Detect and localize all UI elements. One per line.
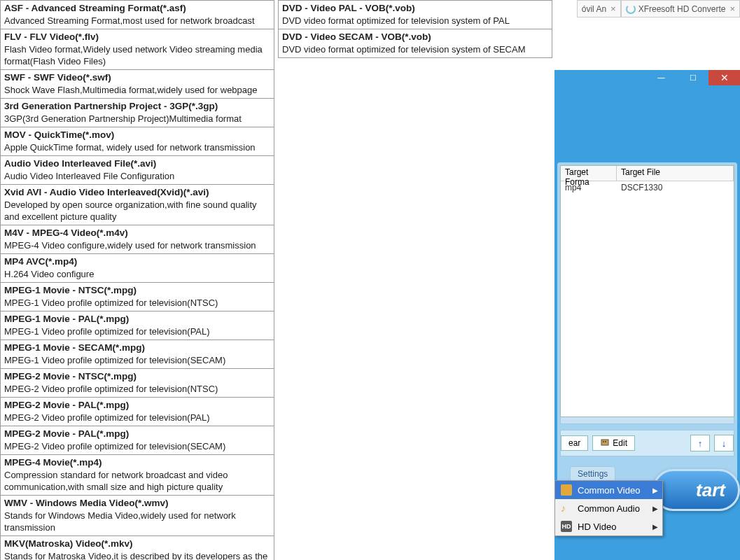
format-title: M4V - MPEG-4 Video(*.m4v) (4, 227, 270, 239)
format-title: ASF - Advanced Streaming Format(*.asf) (4, 2, 270, 15)
format-desc: MPEG-2 Video profile optimized for telev… (4, 412, 270, 424)
format-option[interactable]: DVD - Video SECAM - VOB(*.vob)DVD video … (278, 29, 552, 58)
format-option[interactable]: MP4 AVC(*.mp4)H.264 Video configure (0, 253, 274, 283)
format-desc: Compression standard for network broadca… (4, 469, 270, 493)
bottom-controls: Settings Common Video ▶ ♪ Common Audio ▶… (554, 483, 740, 560)
format-option[interactable]: MPEG-4 Movie(*.mp4)Compression standard … (0, 454, 274, 496)
edit-button[interactable]: Edit (592, 435, 635, 451)
maximize-button[interactable]: ☐ (677, 70, 708, 85)
format-option[interactable]: MPEG-1 Movie - PAL(*.mpg)MPEG-1 Video pr… (0, 311, 274, 340)
format-option[interactable]: ASF - Advanced Streaming Format(*.asf)Ad… (0, 0, 274, 29)
start-button[interactable]: tart (652, 469, 740, 511)
titlebar: ─ ☐ ✕ (554, 70, 740, 90)
svg-rect-2 (605, 441, 606, 442)
toolbar: ear Edit ↑ ↓ (560, 430, 734, 456)
grid-header: Target Forma Target File (561, 166, 734, 181)
browser-tabs: óvil An × XFreesoft HD Converte × (577, 0, 740, 18)
format-title: MPEG-1 Movie - PAL(*.mpg) (4, 313, 270, 326)
category-menu: Common Video ▶ ♪ Common Audio ▶ HD HD Vi… (554, 480, 663, 536)
format-title: MPEG-2 Movie - PAL(*.mpg) (4, 428, 270, 440)
table-row[interactable]: mp4 DSCF1330 (561, 181, 734, 194)
format-title: MP4 AVC(*.mp4) (4, 255, 270, 268)
format-option[interactable]: Xvid AVI - Audio Video Interleaved(Xvid)… (0, 184, 274, 225)
browser-tab[interactable]: óvil An × (577, 0, 621, 18)
format-desc: Audio Video Interleaved File Configurati… (4, 170, 270, 182)
format-title: SWF - SWF Video(*.swf) (4, 71, 270, 84)
format-list-right: DVD - Video PAL - VOB(*.vob)DVD video fo… (278, 0, 552, 58)
menu-item-hd-video[interactable]: HD HD Video ▶ (555, 517, 662, 536)
move-down-button[interactable]: ↓ (714, 435, 734, 451)
format-desc: H.264 Video configure (4, 268, 270, 280)
move-up-button[interactable]: ↑ (690, 435, 710, 451)
format-option[interactable]: 3rd Generation Partnership Project - 3GP… (0, 98, 274, 127)
format-desc: Stands for Windows Media Video,widely us… (4, 510, 270, 533)
format-option[interactable]: MKV(Matroska) Video(*.mkv)Stands for Mat… (0, 536, 274, 560)
format-desc: MPEG-1 Video profile optimized for telev… (4, 297, 270, 309)
format-desc: MPEG-4 Video configure,widely used for n… (4, 239, 270, 251)
format-desc: Stands for Matroska Video,it is describe… (4, 550, 270, 560)
format-option[interactable]: MPEG-2 Movie - PAL(*.mpg)MPEG-2 Video pr… (0, 426, 274, 455)
format-option[interactable]: WMV - Windows Media Video(*.wmv)Stands f… (0, 495, 274, 536)
audio-icon: ♪ (561, 503, 572, 514)
col-target-format[interactable]: Target Forma (561, 166, 617, 181)
format-option[interactable]: DVD - Video PAL - VOB(*.vob)DVD video fo… (278, 0, 552, 29)
format-option[interactable]: MOV - QuickTime(*.mov)Apple QuickTime fo… (0, 127, 274, 156)
format-option[interactable]: FLV - FLV Video(*.flv)Flash Video format… (0, 29, 274, 70)
format-title: 3rd Generation Partnership Project - 3GP… (4, 100, 270, 113)
format-title: MPEG-4 Movie(*.mp4) (4, 456, 270, 469)
format-title: DVD - Video PAL - VOB(*.vob) (282, 2, 548, 15)
minimize-button[interactable]: ─ (645, 70, 677, 85)
chevron-right-icon: ▶ (652, 505, 658, 512)
format-desc: Advanced Streaming Format,most used for … (4, 15, 270, 27)
format-title: WMV - Windows Media Video(*.wmv) (4, 497, 270, 510)
format-option[interactable]: M4V - MPEG-4 Video(*.m4v)MPEG-4 Video co… (0, 225, 274, 254)
file-grid: Target Forma Target File mp4 DSCF1330 (560, 165, 734, 417)
format-desc: Developed by open source organization,wi… (4, 199, 270, 223)
video-icon (561, 484, 572, 496)
format-desc: Flash Video format,Widely used network V… (4, 43, 270, 67)
close-button[interactable]: ✕ (708, 70, 740, 85)
clear-button[interactable]: ear (561, 435, 588, 451)
svg-rect-1 (603, 441, 604, 442)
format-option[interactable]: MPEG-2 Movie - PAL(*.mpg)MPEG-2 Video pr… (0, 397, 274, 426)
tab-label: XFreesoft HD Converte (638, 4, 726, 14)
format-option[interactable]: MPEG-1 Movie - NTSC(*.mpg)MPEG-1 Video p… (0, 282, 274, 312)
menu-item-common-video[interactable]: Common Video ▶ (555, 481, 662, 499)
format-desc: MPEG-2 Video profile optimized for telev… (4, 440, 270, 452)
content-panel: Target Forma Target File mp4 DSCF1330 ea… (557, 162, 737, 498)
format-desc: Apple QuickTime format, widely used for … (4, 141, 270, 153)
menu-item-common-audio[interactable]: ♪ Common Audio ▶ (555, 499, 662, 517)
format-desc: 3GP(3rd Generation Partnership Project)M… (4, 113, 270, 125)
cell-file: DSCF1330 (617, 181, 734, 194)
browser-tab[interactable]: XFreesoft HD Converte × (621, 0, 740, 18)
close-icon[interactable]: × (729, 4, 735, 14)
close-icon[interactable]: × (610, 4, 616, 14)
format-option[interactable]: MPEG-1 Movie - SECAM(*.mpg)MPEG-1 Video … (0, 340, 274, 369)
format-title: MKV(Matroska) Video(*.mkv) (4, 538, 270, 550)
format-desc: MPEG-2 Video profile optimized for telev… (4, 383, 270, 395)
format-desc: DVD video format optimized for televisio… (282, 15, 548, 27)
arrow-down-icon: ↓ (722, 438, 727, 449)
format-title: FLV - FLV Video(*.flv) (4, 31, 270, 43)
format-title: MPEG-1 Movie - NTSC(*.mpg) (4, 284, 270, 297)
format-list-left: ASF - Advanced Streaming Format(*.asf)Ad… (0, 0, 274, 560)
tab-label: óvil An (582, 4, 606, 14)
format-option[interactable]: SWF - SWF Video(*.swf)Shock Wave Flash,M… (0, 69, 274, 99)
format-title: DVD - Video SECAM - VOB(*.vob) (282, 31, 548, 43)
format-desc: DVD video format optimized for televisio… (282, 43, 548, 55)
cell-format: mp4 (561, 181, 617, 194)
format-option[interactable]: Audio Video Interleaved File(*.avi)Audio… (0, 155, 274, 185)
format-title: MPEG-2 Movie - PAL(*.mpg) (4, 399, 270, 412)
format-title: Xvid AVI - Audio Video Interleaved(Xvid)… (4, 186, 270, 199)
format-title: MOV - QuickTime(*.mov) (4, 129, 270, 141)
app-icon (626, 4, 636, 14)
format-desc: MPEG-1 Video profile optimized for telev… (4, 354, 270, 366)
hd-icon: HD (561, 521, 572, 532)
format-title: Audio Video Interleaved File(*.avi) (4, 158, 270, 170)
arrow-up-icon: ↑ (698, 438, 703, 449)
format-desc: MPEG-1 Video profile optimized for telev… (4, 326, 270, 337)
settings-tab[interactable]: Settings (570, 466, 615, 481)
format-option[interactable]: MPEG-2 Movie - NTSC(*.mpg)MPEG-2 Video p… (0, 368, 274, 398)
format-title: MPEG-2 Movie - NTSC(*.mpg) (4, 370, 270, 383)
col-target-file[interactable]: Target File (617, 166, 734, 181)
